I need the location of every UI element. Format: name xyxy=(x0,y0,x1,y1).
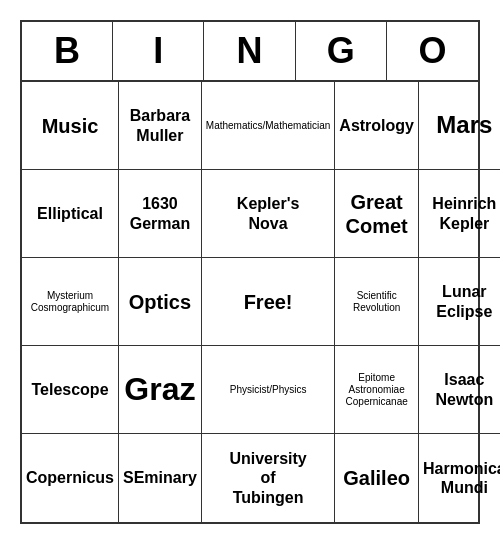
cell-text-7: Kepler's Nova xyxy=(237,194,300,232)
bingo-cell-16: Graz xyxy=(119,346,202,434)
bingo-cell-7: Kepler's Nova xyxy=(202,170,336,258)
bingo-grid: MusicBarbara MullerMathematics/Mathemati… xyxy=(22,82,478,522)
cell-text-10: Mysterium Cosmographicum xyxy=(31,290,109,314)
cell-text-3: Astrology xyxy=(339,116,414,135)
bingo-cell-22: University of Tubingen xyxy=(202,434,336,522)
bingo-cell-10: Mysterium Cosmographicum xyxy=(22,258,119,346)
cell-text-4: Mars xyxy=(436,111,492,140)
bingo-cell-13: Scientific Revolution xyxy=(335,258,419,346)
bingo-cell-0: Music xyxy=(22,82,119,170)
bingo-cell-24: Harmonica Mundi xyxy=(419,434,500,522)
cell-text-1: Barbara Muller xyxy=(130,106,190,144)
cell-text-24: Harmonica Mundi xyxy=(423,459,500,497)
bingo-letter-n: N xyxy=(204,22,295,80)
cell-text-18: Epitome Astronomiae Copernicanae xyxy=(346,372,408,408)
cell-text-8: Great Comet xyxy=(346,190,408,238)
bingo-cell-17: Physicist/Physics xyxy=(202,346,336,434)
bingo-cell-18: Epitome Astronomiae Copernicanae xyxy=(335,346,419,434)
bingo-cell-5: Elliptical xyxy=(22,170,119,258)
bingo-cell-9: Heinrich Kepler xyxy=(419,170,500,258)
bingo-cell-2: Mathematics/Mathematician xyxy=(202,82,336,170)
cell-text-9: Heinrich Kepler xyxy=(432,194,496,232)
bingo-header: BINGO xyxy=(22,22,478,82)
bingo-cell-3: Astrology xyxy=(335,82,419,170)
bingo-letter-o: O xyxy=(387,22,478,80)
bingo-cell-19: Isaac Newton xyxy=(419,346,500,434)
cell-text-22: University of Tubingen xyxy=(229,449,306,507)
cell-text-11: Optics xyxy=(129,290,191,314)
bingo-letter-i: I xyxy=(113,22,204,80)
bingo-cell-20: Copernicus xyxy=(22,434,119,522)
bingo-board: BINGO MusicBarbara MullerMathematics/Mat… xyxy=(20,20,480,524)
bingo-letter-b: B xyxy=(22,22,113,80)
bingo-cell-8: Great Comet xyxy=(335,170,419,258)
bingo-cell-4: Mars xyxy=(419,82,500,170)
cell-text-21: SEminary xyxy=(123,468,197,487)
cell-text-2: Mathematics/Mathematician xyxy=(206,120,331,132)
cell-text-0: Music xyxy=(42,114,99,138)
bingo-cell-12: Free! xyxy=(202,258,336,346)
cell-text-15: Telescope xyxy=(31,380,108,399)
bingo-cell-1: Barbara Muller xyxy=(119,82,202,170)
bingo-cell-14: Lunar Eclipse xyxy=(419,258,500,346)
bingo-cell-21: SEminary xyxy=(119,434,202,522)
cell-text-16: Graz xyxy=(124,370,195,408)
cell-text-12: Free! xyxy=(244,290,293,314)
cell-text-6: 1630 German xyxy=(130,194,190,232)
bingo-cell-11: Optics xyxy=(119,258,202,346)
cell-text-20: Copernicus xyxy=(26,468,114,487)
cell-text-17: Physicist/Physics xyxy=(230,384,307,396)
cell-text-23: Galileo xyxy=(343,466,410,490)
bingo-cell-23: Galileo xyxy=(335,434,419,522)
bingo-cell-6: 1630 German xyxy=(119,170,202,258)
cell-text-19: Isaac Newton xyxy=(435,370,493,408)
bingo-letter-g: G xyxy=(296,22,387,80)
cell-text-13: Scientific Revolution xyxy=(353,290,400,314)
cell-text-14: Lunar Eclipse xyxy=(436,282,492,320)
bingo-cell-15: Telescope xyxy=(22,346,119,434)
cell-text-5: Elliptical xyxy=(37,204,103,223)
